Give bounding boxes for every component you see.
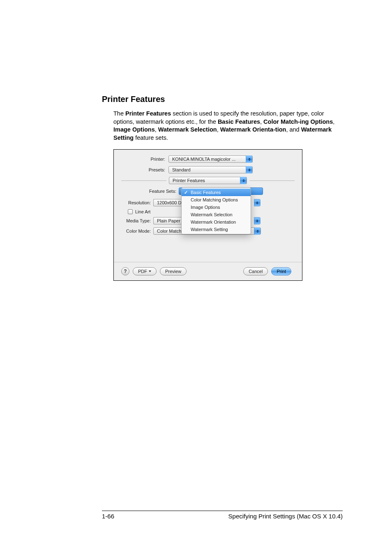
bold-text: Watermark Selection xyxy=(158,126,217,133)
menu-item-basic-features[interactable]: ✓ Basic Features xyxy=(182,189,251,196)
presets-select[interactable]: Standard xyxy=(168,166,253,173)
feature-sets-menu[interactable]: ✓ Basic Features Color Matching Options … xyxy=(181,187,251,234)
line-art-checkbox[interactable] xyxy=(128,209,133,214)
dialog-button-bar: ? PDF Preview Cancel Print xyxy=(114,262,302,275)
feature-sets-label: Feature Sets: xyxy=(121,187,179,194)
rule-line xyxy=(121,180,166,181)
preview-button[interactable]: Preview xyxy=(160,267,187,275)
cancel-label: Cancel xyxy=(249,269,263,274)
question-icon: ? xyxy=(124,268,127,274)
pane-select[interactable]: Printer Features xyxy=(169,177,247,184)
print-dialog: Printer: KONICA MINOLTA magicolor ... Pr… xyxy=(113,149,302,281)
bold-text: Basic Features xyxy=(218,118,260,125)
bold-text: tion xyxy=(275,126,286,133)
menu-item-image-options[interactable]: Image Options xyxy=(182,204,251,211)
bold-text: Printer Features xyxy=(125,110,171,117)
footer-title: Specifying Print Settings (Mac OS X 10.4… xyxy=(114,513,343,520)
help-button[interactable]: ? xyxy=(121,267,129,275)
color-mode-label: Color Mode: xyxy=(121,229,153,234)
bold-text: Watermark Orienta- xyxy=(220,126,275,133)
text: , xyxy=(260,118,263,125)
pdf-label: PDF xyxy=(138,269,147,274)
updown-icon xyxy=(254,217,261,224)
menu-item-watermark-selection[interactable]: Watermark Selection xyxy=(182,211,251,218)
pane-value: Printer Features xyxy=(173,178,240,183)
bold-text: Color Match- xyxy=(263,118,300,125)
media-type-label: Media Type: xyxy=(121,218,153,223)
menu-item-label: Color Matching Options xyxy=(191,197,238,202)
resolution-label: Resolution: xyxy=(121,200,153,205)
printer-label: Printer: xyxy=(121,157,168,162)
page-number: 1-66 xyxy=(102,513,114,520)
updown-icon xyxy=(240,177,247,184)
printer-select[interactable]: KONICA MINOLTA magicolor ... xyxy=(168,155,253,163)
text: , xyxy=(333,118,334,125)
printer-row: Printer: KONICA MINOLTA magicolor ... xyxy=(121,155,295,163)
page-footer: 1-66 Specifying Print Settings (Mac OS X… xyxy=(102,511,343,520)
menu-item-label: Watermark Orientation xyxy=(191,220,236,224)
chevron-down-icon xyxy=(149,271,151,272)
text: , and xyxy=(286,126,301,133)
menu-item-label: Watermark Selection xyxy=(191,212,233,217)
presets-value: Standard xyxy=(172,167,246,172)
printer-value: KONICA MINOLTA magicolor ... xyxy=(172,157,246,162)
menu-item-watermark-orientation[interactable]: Watermark Orientation xyxy=(182,218,251,226)
bold-text: Image Options xyxy=(113,126,155,133)
menu-item-color-matching-options[interactable]: Color Matching Options xyxy=(182,196,251,204)
rule-line xyxy=(249,180,295,181)
cancel-button[interactable]: Cancel xyxy=(243,267,268,275)
pdf-menu-button[interactable]: PDF xyxy=(133,267,157,275)
check-icon: ✓ xyxy=(184,190,188,195)
presets-label: Presets: xyxy=(121,167,168,172)
print-button[interactable]: Print xyxy=(271,267,291,275)
updown-icon xyxy=(254,199,261,206)
text: feature sets. xyxy=(134,134,168,141)
menu-item-label: Image Options xyxy=(191,205,220,210)
text: , xyxy=(155,126,158,133)
body-paragraph: The Printer Features section is used to … xyxy=(113,110,343,142)
preview-label: Preview xyxy=(165,269,181,274)
resolution-value: 1200x600 D xyxy=(157,200,184,205)
updown-icon xyxy=(254,227,261,235)
presets-row: Presets: Standard xyxy=(121,166,295,173)
updown-icon xyxy=(246,166,252,173)
menu-item-label: Watermark Setting xyxy=(191,227,228,232)
resolution-select[interactable]: 1200x600 D xyxy=(153,199,184,206)
menu-item-watermark-setting[interactable]: Watermark Setting xyxy=(182,226,251,233)
group-divider: Printer Features xyxy=(121,177,295,184)
menu-item-label: Basic Features xyxy=(191,190,221,195)
text: The xyxy=(113,110,125,117)
bold-text: ing Options xyxy=(300,118,333,125)
line-art-label: Line Art xyxy=(135,209,150,214)
print-label: Print xyxy=(277,269,286,274)
feature-sets-row: Feature Sets: Basic Features ✓ Basic Fea… xyxy=(121,187,295,195)
section-heading: Printer Features xyxy=(102,95,343,104)
text: , xyxy=(217,126,220,133)
updown-icon xyxy=(246,155,252,163)
